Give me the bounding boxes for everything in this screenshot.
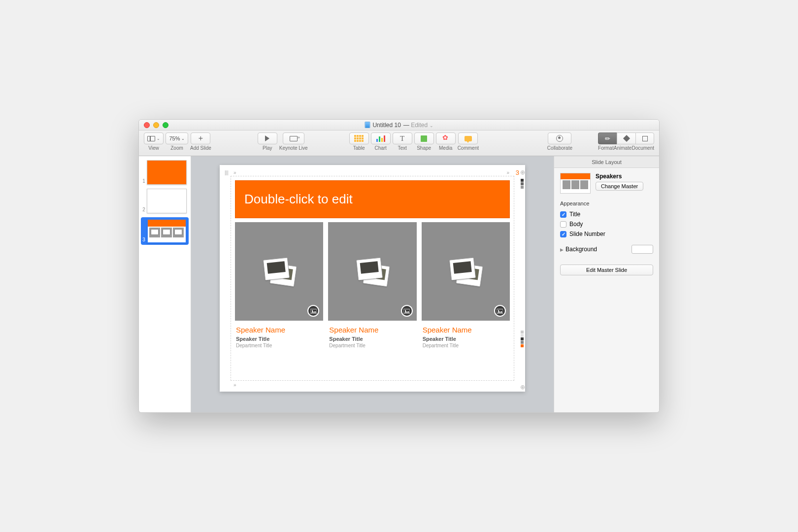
keynote-live-button[interactable] xyxy=(283,133,304,144)
shape-button[interactable] xyxy=(414,133,434,144)
table-icon xyxy=(354,135,364,142)
speaker-name[interactable]: Speaker Name xyxy=(423,326,509,334)
app-window: Untitled 10 — Edited ⌄ ⌄ View 75%⌄ Zoom … xyxy=(138,119,660,413)
person-icon xyxy=(556,135,563,142)
master-name: Speakers xyxy=(596,173,653,180)
slide-thumb-1[interactable]: 1 xyxy=(141,160,189,185)
document-tab[interactable] xyxy=(635,133,654,144)
view-icon xyxy=(147,136,155,141)
body-checkbox-row[interactable]: Body xyxy=(560,219,653,229)
slide-thumb-2[interactable]: 2 xyxy=(141,189,189,213)
document-icon xyxy=(365,122,370,128)
media-button[interactable] xyxy=(436,133,456,144)
slide-canvas[interactable]: ||| » » 3 ⊕ » ⊕ Double-click t xyxy=(220,165,525,392)
keynote-live-label: Keynote Live xyxy=(279,145,308,151)
speaker-card[interactable]: Speaker Name Speaker Title Department Ti… xyxy=(235,222,323,353)
image-placeholder[interactable] xyxy=(422,222,510,321)
background-color-well[interactable] xyxy=(632,245,653,254)
comment-label: Comment xyxy=(458,145,479,151)
speaker-card[interactable]: Speaker Name Speaker Title Department Ti… xyxy=(422,222,510,353)
guide-icon: » xyxy=(233,382,236,388)
disclosure-triangle-icon[interactable]: ▶ xyxy=(560,247,564,252)
replace-image-button[interactable] xyxy=(494,305,506,317)
close-icon[interactable] xyxy=(144,122,150,128)
speaker-title[interactable]: Speaker Title xyxy=(423,336,509,342)
page-icon xyxy=(642,136,648,141)
window-title[interactable]: Untitled 10 — Edited ⌄ xyxy=(365,122,433,129)
fullscreen-icon[interactable] xyxy=(163,122,168,128)
background-row[interactable]: ▶Background xyxy=(560,243,653,256)
speaker-card[interactable]: Speaker Name Speaker Title Department Ti… xyxy=(328,222,416,353)
media-label: Media xyxy=(439,145,452,151)
speaker-name[interactable]: Speaker Name xyxy=(236,326,322,334)
slide-number: 3 xyxy=(516,169,519,176)
speaker-dept[interactable]: Department Title xyxy=(329,343,415,348)
appearance-label: Appearance xyxy=(560,200,653,206)
minimize-icon[interactable] xyxy=(153,122,159,128)
guide-icon: » xyxy=(233,170,236,175)
image-placeholder[interactable] xyxy=(235,222,323,321)
add-slide-label: Add Slide xyxy=(190,145,211,151)
content-area: 1 2 3 ||| » » 3 ⊕ xyxy=(139,156,659,412)
photo-icon xyxy=(355,258,390,285)
diamond-icon xyxy=(623,135,630,142)
animate-tab[interactable] xyxy=(617,133,635,144)
thumb-preview xyxy=(147,160,187,185)
photo-icon xyxy=(262,258,297,285)
speaker-dept[interactable]: Department Title xyxy=(423,343,509,348)
text-button[interactable]: T xyxy=(393,133,412,144)
media-icon xyxy=(442,135,449,142)
zoom-label: Zoom xyxy=(170,145,183,151)
comment-icon xyxy=(465,136,472,141)
image-placeholder[interactable] xyxy=(328,222,416,321)
view-menu-button[interactable]: ⌄ xyxy=(144,133,164,144)
photo-icon xyxy=(448,258,483,285)
svg-rect-0 xyxy=(310,309,317,313)
text-icon: T xyxy=(400,134,404,143)
replace-image-button[interactable] xyxy=(307,305,319,317)
crosshair-icon: ⊕ xyxy=(520,384,525,389)
edit-master-button[interactable]: Edit Master Slide xyxy=(560,265,653,275)
animate-label: Animate xyxy=(614,145,632,151)
shape-label: Shape xyxy=(417,145,431,151)
zoom-button[interactable]: 75%⌄ xyxy=(166,133,188,144)
document-status: — Edited ⌄ xyxy=(403,122,433,129)
screen-icon xyxy=(290,136,298,141)
format-tab[interactable]: ✏ xyxy=(598,133,617,144)
guide-icon: » xyxy=(506,170,509,175)
crosshair-icon: ⊕ xyxy=(520,169,525,174)
replace-image-button[interactable] xyxy=(401,305,413,317)
table-button[interactable] xyxy=(349,133,369,144)
title-checkbox-row[interactable]: Title xyxy=(560,209,653,219)
slide-thumb-3[interactable]: 3 xyxy=(141,217,189,245)
checkbox-icon[interactable] xyxy=(560,231,566,237)
speaker-name[interactable]: Speaker Name xyxy=(329,326,415,334)
canvas-area[interactable]: ||| » » 3 ⊕ » ⊕ Double-click t xyxy=(191,156,554,412)
speaker-title[interactable]: Speaker Title xyxy=(236,336,322,342)
chart-label: Chart xyxy=(374,145,386,151)
add-slide-button[interactable]: + xyxy=(191,133,210,144)
checkbox-icon[interactable] xyxy=(560,221,566,228)
comment-button[interactable] xyxy=(458,133,478,144)
shape-icon xyxy=(421,135,427,142)
speaker-dept[interactable]: Department Title xyxy=(236,343,322,348)
play-label: Play xyxy=(263,145,272,151)
slide-number-checkbox-row[interactable]: Slide Number xyxy=(560,229,653,239)
chart-button[interactable] xyxy=(371,133,391,144)
play-button[interactable] xyxy=(258,133,277,144)
inspector-panel: Slide Layout Speakers Change Master Appe… xyxy=(554,156,659,412)
thumb-preview xyxy=(147,189,187,213)
titlebar[interactable]: Untitled 10 — Edited ⌄ xyxy=(139,120,659,131)
checkbox-icon[interactable] xyxy=(560,211,566,218)
text-label: Text xyxy=(398,145,406,151)
collaborate-button[interactable] xyxy=(548,133,571,144)
title-text: Double-click to edit xyxy=(244,192,500,207)
speaker-title[interactable]: Speaker Title xyxy=(329,336,415,342)
slide-navigator[interactable]: 1 2 3 xyxy=(139,156,191,412)
view-label: View xyxy=(148,145,159,151)
toolbar: ⌄ View 75%⌄ Zoom + Add Slide Play Keynot… xyxy=(139,131,659,156)
svg-rect-4 xyxy=(497,309,503,313)
change-master-button[interactable]: Change Master xyxy=(596,182,643,191)
title-placeholder[interactable]: Double-click to edit xyxy=(235,180,510,218)
master-thumbnail xyxy=(560,173,591,194)
